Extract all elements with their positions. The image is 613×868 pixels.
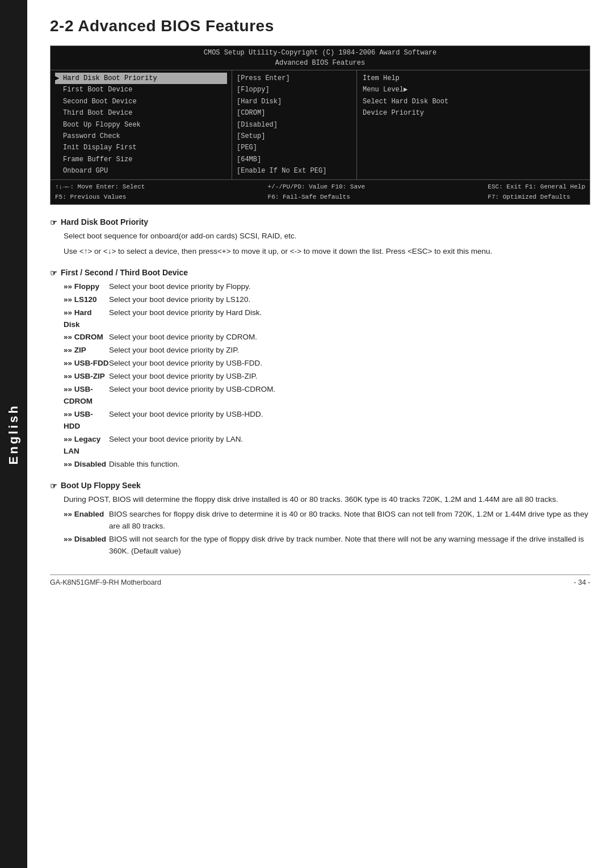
sub-item-arrow: »» Enabled	[64, 509, 109, 532]
sub-item-desc: Disable this function.	[109, 459, 590, 471]
sub-item-arrow: »» CDROM	[64, 332, 109, 343]
section-paragraph: Select boot sequence for onboard(or add-…	[64, 230, 590, 242]
section-icon: ☞	[50, 218, 57, 227]
bios-left-row: Onboard GPU	[55, 165, 227, 177]
bios-center-row: [Disabled]	[237, 119, 352, 131]
bios-right-row: Menu Level▶	[363, 84, 584, 95]
sub-item-arrow: »» Disabled	[64, 459, 109, 471]
side-tab-label: English	[6, 404, 21, 464]
bios-right-row: Item Help	[363, 73, 584, 84]
bios-row-label: Second Boot Device	[63, 96, 227, 107]
sub-item-arrow: »» USB-CDROM	[64, 384, 109, 408]
bios-center-row: [Floppy]	[237, 84, 352, 95]
bios-footer-right-row: F7: Optimized Defaults	[488, 192, 585, 203]
bios-footer-center-row: F6: Fail-Safe Defaults	[268, 192, 366, 203]
bios-center-row: [Enable If No Ext PEG]	[237, 165, 352, 177]
footer-right: - 34 -	[574, 578, 590, 586]
bios-row-label: Frame Buffer Size	[63, 154, 227, 165]
sub-item: »» USB-ZIPSelect your boot device priori…	[64, 371, 590, 383]
bios-row-arrow	[55, 131, 63, 142]
bios-left-row: Init Display First	[55, 142, 227, 153]
bios-left-row: ▶Hard Disk Boot Priority	[55, 73, 227, 84]
sub-item-desc: Select your boot device priority by USB-…	[109, 358, 590, 370]
bios-center-row: [Hard Disk]	[237, 96, 352, 107]
sub-item-desc: Select your boot device priority by LS12…	[109, 294, 590, 306]
sub-item: »» DisabledBIOS will not search for the …	[64, 534, 590, 557]
sub-item-arrow: »» Disabled	[64, 534, 109, 557]
sub-item: »» USB-CDROMSelect your boot device prio…	[64, 384, 590, 408]
bios-center-panel: [Press Enter][Floppy][Hard Disk][CDROM][…	[232, 70, 357, 179]
section-heading-text: Boot Up Floppy Seek	[61, 481, 141, 490]
sub-item: »» Legacy LANSelect your boot device pri…	[64, 434, 590, 458]
sub-item: »» ZIPSelect your boot device priority b…	[64, 345, 590, 357]
sub-item: »» Hard DiskSelect your boot device prio…	[64, 307, 590, 331]
bios-row-label: Password Check	[63, 131, 227, 142]
bios-footer-left: ↑↓→←: Move Enter: SelectF5: Previous Val…	[55, 182, 145, 203]
bios-row-label: Hard Disk Boot Priority	[63, 73, 227, 84]
sub-item-desc: Select your boot device priority by Flop…	[109, 281, 590, 293]
sub-item-desc: Select your boot device priority by USB-…	[109, 409, 590, 433]
bios-footer-right-row: ESC: Exit F1: General Help	[488, 182, 585, 192]
sub-item: »» USB-HDDSelect your boot device priori…	[64, 409, 590, 433]
section-paragraph: During POST, BIOS will determine the flo…	[64, 494, 590, 506]
bios-row-label: First Boot Device	[63, 84, 227, 95]
sub-item: »» USB-FDDSelect your boot device priori…	[64, 358, 590, 370]
section-heading-boot-up-floppy-seek: ☞Boot Up Floppy Seek	[50, 481, 590, 490]
bios-row-label: Boot Up Floppy Seek	[63, 119, 227, 131]
bios-center-row: [Setup]	[237, 131, 352, 142]
section-heading-text: Hard Disk Boot Priority	[61, 217, 148, 227]
bios-row-arrow	[55, 142, 63, 153]
sub-item-desc: Select your boot device priority by ZIP.	[109, 345, 590, 357]
bios-header-line1: CMOS Setup Utility-Copyright (C) 1984-20…	[51, 48, 590, 58]
bios-footer-center-row: +/-/PU/PD: Value F10: Save	[268, 182, 366, 192]
sub-item: »» LS120Select your boot device priority…	[64, 294, 590, 306]
sub-item-arrow: »» ZIP	[64, 345, 109, 357]
bios-row-arrow	[55, 154, 63, 165]
sub-item-arrow: »» Legacy LAN	[64, 434, 109, 458]
bios-row-arrow	[55, 84, 63, 95]
bios-center-row: [Press Enter]	[237, 73, 352, 84]
bios-row-arrow	[55, 165, 63, 177]
sub-items-list: »» FloppySelect your boot device priorit…	[64, 281, 590, 471]
sub-item-desc: Select your boot device priority by CDRO…	[109, 332, 590, 343]
bios-right-row: Device Priority	[363, 107, 584, 119]
page-title: 2-2 Advanced BIOS Features	[50, 17, 590, 35]
sub-item: »» FloppySelect your boot device priorit…	[64, 281, 590, 293]
sub-item-arrow: »» USB-HDD	[64, 409, 109, 433]
sub-item-desc: BIOS searches for floppy disk drive to d…	[109, 509, 590, 532]
sub-item-desc: Select your boot device priority by USB-…	[109, 371, 590, 383]
section-heading-hard-disk-boot-priority: ☞Hard Disk Boot Priority	[50, 217, 590, 227]
bios-footer-row: F5: Previous Values	[55, 192, 145, 203]
bios-row-label: Onboard GPU	[63, 165, 227, 177]
section-heading-text: First / Second / Third Boot Device	[61, 268, 188, 277]
bios-footer-row: ↑↓→←: Move Enter: Select	[55, 182, 145, 192]
sub-item-arrow: »» LS120	[64, 294, 109, 306]
sub-item-desc: Select your boot device priority by USB-…	[109, 384, 590, 408]
section-paragraph: Use <↑> or <↓> to select a device, then …	[64, 246, 590, 258]
sub-item-arrow: »» USB-ZIP	[64, 371, 109, 383]
sub-item: »» DisabledDisable this function.	[64, 459, 590, 471]
bios-row-label: Init Display First	[63, 142, 227, 153]
bios-row-arrow: ▶	[55, 73, 63, 84]
bios-center-row: [CDROM]	[237, 107, 352, 119]
sub-item-arrow: »» Floppy	[64, 281, 109, 293]
section-heading-first-second-third-boot-device: ☞First / Second / Third Boot Device	[50, 268, 590, 278]
bios-row-arrow	[55, 96, 63, 107]
page-footer: GA-K8N51GMF-9-RH Motherboard - 34 -	[50, 575, 590, 586]
side-tab: English	[0, 0, 27, 868]
bios-center-row: [64MB]	[237, 154, 352, 165]
bios-header-line2: Advanced BIOS Features	[51, 58, 590, 68]
bios-row-arrow	[55, 119, 63, 131]
bios-left-row: Frame Buffer Size	[55, 154, 227, 165]
bios-row-label: Third Boot Device	[63, 107, 227, 119]
sub-item-arrow: »» USB-FDD	[64, 358, 109, 370]
sub-item-desc: BIOS will not search for the type of flo…	[109, 534, 590, 557]
section-icon: ☞	[50, 481, 57, 490]
sub-item-desc: Select your boot device priority by LAN.	[109, 434, 590, 458]
sub-item: »» EnabledBIOS searches for floppy disk …	[64, 509, 590, 532]
bios-left-row: Password Check	[55, 131, 227, 142]
bios-left-panel: ▶Hard Disk Boot PriorityFirst Boot Devic…	[51, 70, 232, 179]
bios-header: CMOS Setup Utility-Copyright (C) 1984-20…	[51, 46, 590, 70]
bios-left-row: Boot Up Floppy Seek	[55, 119, 227, 131]
bios-row-arrow	[55, 107, 63, 119]
